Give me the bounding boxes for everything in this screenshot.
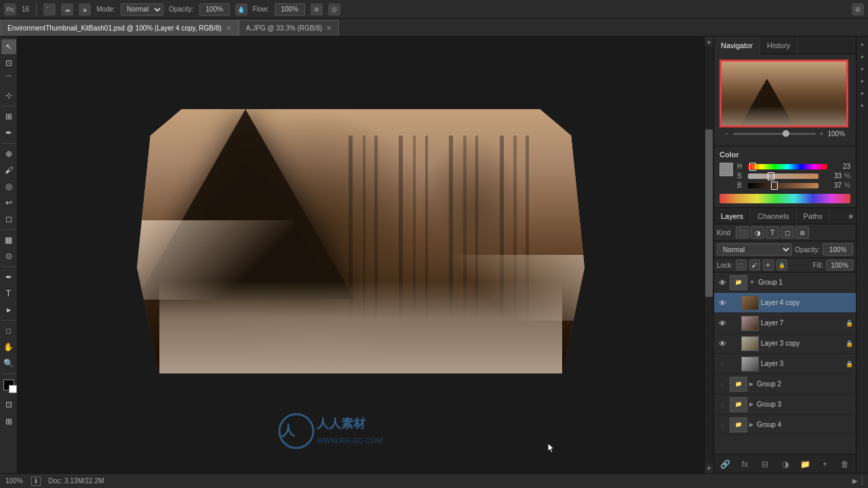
visibility-group3[interactable]: ○ bbox=[717, 399, 728, 410]
zoom-handle[interactable] bbox=[783, 130, 789, 137]
visibility-group1[interactable]: 👁 bbox=[717, 277, 728, 288]
play-btn[interactable]: ▶ bbox=[852, 477, 858, 485]
zoom-out-icon[interactable]: − bbox=[725, 130, 729, 138]
rmini-btn-6[interactable]: ▸ bbox=[858, 100, 867, 110]
eyedropper[interactable]: ✒ bbox=[1, 125, 16, 140]
layer-item-group4[interactable]: ○ 📁 ▶ Group 4 bbox=[714, 415, 856, 435]
foreground-swatch[interactable] bbox=[719, 163, 733, 176]
bright-slider[interactable] bbox=[748, 183, 818, 188]
tool-icon-2[interactable]: ☁ bbox=[61, 3, 73, 16]
link-layers-btn[interactable]: 🔗 bbox=[718, 458, 732, 471]
opacity-input[interactable] bbox=[199, 3, 230, 16]
adjust-btn[interactable]: ◑ bbox=[778, 458, 792, 471]
layer-item-layer3copy[interactable]: 👁 Layer 3 copy 🔒 bbox=[714, 333, 856, 354]
paths-tab[interactable]: Paths bbox=[797, 208, 830, 224]
flow-input[interactable] bbox=[275, 3, 305, 16]
brush-tool[interactable]: 🖌 bbox=[1, 163, 16, 178]
eraser[interactable]: ◻ bbox=[1, 211, 16, 226]
zoom-tool[interactable]: 🔍 bbox=[1, 356, 16, 371]
type-tool[interactable]: T bbox=[1, 286, 16, 301]
airbrush-icon[interactable]: 💧 bbox=[235, 3, 248, 16]
layer-item-group2[interactable]: ○ 📁 ▶ Group 2 bbox=[714, 374, 856, 394]
filter-smart-btn[interactable]: ⊛ bbox=[795, 226, 809, 239]
rmini-btn-2[interactable]: ▸ bbox=[858, 52, 867, 61]
gradient[interactable]: ▦ bbox=[1, 232, 16, 247]
history-brush[interactable]: ↩ bbox=[1, 195, 16, 210]
rmini-btn-4[interactable]: ▸ bbox=[858, 76, 867, 85]
group-btn[interactable]: 📁 bbox=[798, 458, 812, 471]
layer-item-layer3[interactable]: ○ Layer 3 🔒 bbox=[714, 354, 856, 374]
visibility-layer3[interactable]: ○ bbox=[717, 359, 728, 369]
rmini-btn-5[interactable]: ▸ bbox=[858, 88, 867, 98]
expand-group2[interactable]: ▶ bbox=[749, 381, 753, 387]
scroll-up[interactable]: ▲ bbox=[705, 37, 713, 46]
filter-shape-btn[interactable]: ◻ bbox=[781, 226, 794, 239]
rmini-btn-1[interactable]: ▸ bbox=[858, 39, 867, 49]
fill-input[interactable] bbox=[826, 260, 853, 270]
select-tool[interactable]: ⊡ bbox=[1, 56, 16, 70]
layer-item-group1[interactable]: 👁 📁 ▼ Group 1 bbox=[714, 272, 856, 293]
move-tool[interactable]: ↖ bbox=[1, 39, 16, 54]
status-icon[interactable]: ℹ bbox=[31, 476, 41, 486]
lasso-tool[interactable]: ⌒ bbox=[1, 72, 16, 87]
layer-item-layer4copy[interactable]: 👁 Layer 4 copy bbox=[714, 293, 856, 313]
tab-2-close[interactable]: ✕ bbox=[326, 24, 332, 32]
expand-group1[interactable]: ▼ bbox=[749, 279, 755, 285]
crop-tool[interactable]: ⊞ bbox=[1, 109, 16, 124]
hand-tool[interactable]: ✋ bbox=[1, 340, 16, 354]
visibility-group4[interactable]: ○ bbox=[717, 420, 728, 430]
mask-btn[interactable]: ⊟ bbox=[758, 458, 772, 471]
quick-mask[interactable]: ⊡ bbox=[1, 397, 16, 412]
magic-wand[interactable]: ⊹ bbox=[1, 88, 16, 103]
mode-dropdown[interactable]: Normal bbox=[121, 3, 163, 16]
lock-image-btn[interactable]: 🖌 bbox=[749, 260, 760, 270]
channels-tab[interactable]: Channels bbox=[751, 208, 796, 224]
lock-position-btn[interactable]: ✛ bbox=[763, 260, 774, 270]
layer-item-layer7[interactable]: 👁 Layer 7 🔒 bbox=[714, 313, 856, 333]
screen-mode[interactable]: ⊞ bbox=[1, 414, 16, 429]
navigator-tab[interactable]: Navigator bbox=[714, 37, 760, 54]
sat-slider[interactable] bbox=[748, 174, 818, 179]
visibility-layer4copy[interactable]: 👁 bbox=[717, 298, 728, 308]
visibility-layer3copy[interactable]: 👁 bbox=[717, 338, 728, 349]
opacity-input[interactable] bbox=[823, 243, 853, 256]
lock-transparent-btn[interactable]: ⬚ bbox=[736, 260, 747, 270]
tab-1[interactable]: EnvironmentThumbnail_KitBash01.psd @ 100… bbox=[0, 20, 239, 36]
zoom-in-icon[interactable]: + bbox=[820, 130, 824, 138]
panel-toggle[interactable]: ⊞ bbox=[852, 3, 864, 16]
layers-tab[interactable]: Layers bbox=[714, 208, 751, 224]
rmini-btn-3[interactable]: ▸ bbox=[858, 64, 867, 73]
panel-menu-icon[interactable]: ≡ bbox=[849, 212, 856, 220]
fx-btn[interactable]: fx bbox=[738, 458, 752, 471]
zoom-slider[interactable] bbox=[733, 133, 816, 135]
filter-type-btn[interactable]: T bbox=[766, 226, 779, 239]
layer-item-group3[interactable]: ○ 📁 ▶ Group 3 bbox=[714, 394, 856, 415]
visibility-group2[interactable]: ○ bbox=[717, 379, 728, 390]
tab-2[interactable]: A.JPG @ 33.3% (RGB/8) ✕ bbox=[239, 20, 339, 36]
extra-icon1[interactable]: ⊕ bbox=[311, 3, 323, 16]
filter-adjust-btn[interactable]: ◑ bbox=[751, 226, 764, 239]
clone-stamp[interactable]: ◎ bbox=[1, 179, 16, 194]
heal-brush[interactable]: ⊕ bbox=[1, 146, 16, 161]
tool-icon-1[interactable]: ⬛ bbox=[43, 3, 56, 16]
tab-1-close[interactable]: ✕ bbox=[226, 24, 231, 32]
background-color[interactable] bbox=[9, 385, 17, 393]
scroll-track[interactable] bbox=[705, 46, 713, 464]
extra-icon2[interactable]: ◎ bbox=[328, 3, 340, 16]
history-tab[interactable]: History bbox=[760, 37, 797, 54]
color-spectrum-bar[interactable] bbox=[719, 194, 850, 203]
hue-handle[interactable] bbox=[749, 163, 756, 171]
foreground-color[interactable] bbox=[3, 380, 14, 390]
bright-handle[interactable] bbox=[771, 182, 778, 190]
expand-group3[interactable]: ▶ bbox=[749, 401, 753, 407]
canvas-area[interactable]: 人人素材 WWW.RR-SC.COM 人 bbox=[18, 37, 704, 473]
expand-group4[interactable]: ▶ bbox=[749, 422, 753, 428]
hue-slider[interactable] bbox=[748, 164, 827, 169]
blend-mode-select[interactable]: Normal bbox=[717, 243, 792, 256]
sat-handle[interactable] bbox=[768, 172, 774, 180]
path-select[interactable]: ▸ bbox=[1, 302, 16, 317]
new-layer-btn[interactable]: + bbox=[818, 458, 832, 471]
pen-tool[interactable]: ✒ bbox=[1, 270, 16, 285]
visibility-layer7[interactable]: 👁 bbox=[717, 318, 728, 329]
scroll-down[interactable]: ▼ bbox=[705, 464, 713, 473]
